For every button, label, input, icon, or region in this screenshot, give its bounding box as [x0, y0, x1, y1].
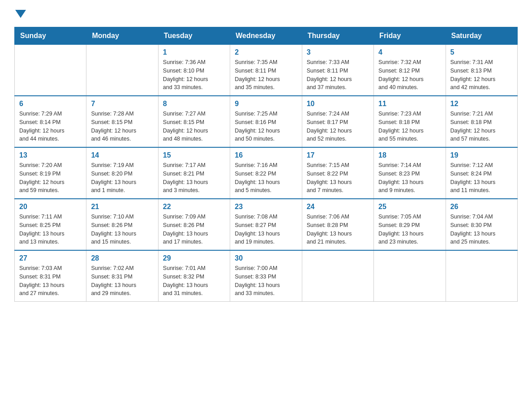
col-header-sunday: Sunday	[15, 27, 86, 45]
day-info: Sunrise: 7:12 AMSunset: 8:24 PMDaylight:…	[450, 161, 513, 195]
calendar-cell: 11Sunrise: 7:23 AMSunset: 8:18 PMDayligh…	[374, 96, 446, 147]
day-info: Sunrise: 7:00 AMSunset: 8:33 PMDaylight:…	[235, 264, 297, 298]
day-number: 7	[91, 100, 153, 108]
day-number: 21	[91, 203, 153, 211]
calendar-cell: 1Sunrise: 7:36 AMSunset: 8:10 PMDaylight…	[158, 45, 230, 96]
day-info: Sunrise: 7:11 AMSunset: 8:25 PMDaylight:…	[19, 213, 82, 246]
calendar-cell: 19Sunrise: 7:12 AMSunset: 8:24 PMDayligh…	[446, 147, 517, 199]
col-header-tuesday: Tuesday	[158, 27, 230, 45]
calendar-cell: 7Sunrise: 7:28 AMSunset: 8:15 PMDaylight…	[86, 96, 158, 147]
calendar-cell	[302, 250, 373, 302]
day-info: Sunrise: 7:35 AMSunset: 8:11 PMDaylight:…	[235, 58, 297, 92]
calendar-cell: 12Sunrise: 7:21 AMSunset: 8:18 PMDayligh…	[446, 96, 517, 147]
calendar-cell: 18Sunrise: 7:14 AMSunset: 8:23 PMDayligh…	[374, 147, 446, 199]
day-number: 25	[378, 203, 441, 211]
calendar-week-row: 13Sunrise: 7:20 AMSunset: 8:19 PMDayligh…	[15, 147, 518, 199]
day-info: Sunrise: 7:03 AMSunset: 8:31 PMDaylight:…	[19, 264, 82, 298]
calendar-cell: 3Sunrise: 7:33 AMSunset: 8:11 PMDaylight…	[302, 45, 373, 96]
calendar-cell: 10Sunrise: 7:24 AMSunset: 8:17 PMDayligh…	[302, 96, 373, 147]
day-info: Sunrise: 7:24 AMSunset: 8:17 PMDaylight:…	[307, 110, 369, 143]
day-number: 8	[163, 100, 225, 108]
day-info: Sunrise: 7:02 AMSunset: 8:31 PMDaylight:…	[91, 264, 153, 298]
calendar-cell: 6Sunrise: 7:29 AMSunset: 8:14 PMDaylight…	[15, 96, 86, 147]
day-number: 20	[19, 203, 82, 211]
day-info: Sunrise: 7:33 AMSunset: 8:11 PMDaylight:…	[307, 58, 369, 92]
day-info: Sunrise: 7:04 AMSunset: 8:30 PMDaylight:…	[450, 213, 513, 246]
day-info: Sunrise: 7:27 AMSunset: 8:15 PMDaylight:…	[163, 110, 225, 143]
day-number: 27	[19, 254, 82, 262]
day-info: Sunrise: 7:28 AMSunset: 8:15 PMDaylight:…	[91, 110, 153, 143]
calendar-week-row: 20Sunrise: 7:11 AMSunset: 8:25 PMDayligh…	[15, 199, 518, 250]
day-info: Sunrise: 7:23 AMSunset: 8:18 PMDaylight:…	[378, 110, 441, 143]
day-number: 13	[19, 151, 82, 159]
calendar-cell: 30Sunrise: 7:00 AMSunset: 8:33 PMDayligh…	[230, 250, 302, 302]
col-header-friday: Friday	[374, 27, 446, 45]
day-info: Sunrise: 7:10 AMSunset: 8:26 PMDaylight:…	[91, 213, 153, 246]
day-info: Sunrise: 7:15 AMSunset: 8:22 PMDaylight:…	[307, 161, 369, 195]
day-number: 30	[235, 254, 297, 262]
day-number: 29	[163, 254, 225, 262]
calendar-cell: 25Sunrise: 7:05 AMSunset: 8:29 PMDayligh…	[374, 199, 446, 250]
day-number: 4	[378, 48, 441, 56]
calendar-cell: 23Sunrise: 7:08 AMSunset: 8:27 PMDayligh…	[230, 199, 302, 250]
calendar-header-row: SundayMondayTuesdayWednesdayThursdayFrid…	[15, 27, 518, 45]
calendar-week-row: 6Sunrise: 7:29 AMSunset: 8:14 PMDaylight…	[15, 96, 518, 147]
calendar-cell	[15, 45, 86, 96]
day-info: Sunrise: 7:32 AMSunset: 8:12 PMDaylight:…	[378, 58, 441, 92]
day-number: 15	[163, 151, 225, 159]
day-number: 11	[378, 100, 441, 108]
calendar-table: SundayMondayTuesdayWednesdayThursdayFrid…	[14, 27, 518, 302]
day-info: Sunrise: 7:08 AMSunset: 8:27 PMDaylight:…	[235, 213, 297, 246]
calendar-week-row: 1Sunrise: 7:36 AMSunset: 8:10 PMDaylight…	[15, 45, 518, 96]
col-header-saturday: Saturday	[446, 27, 517, 45]
day-info: Sunrise: 7:29 AMSunset: 8:14 PMDaylight:…	[19, 110, 82, 143]
calendar-cell: 9Sunrise: 7:25 AMSunset: 8:16 PMDaylight…	[230, 96, 302, 147]
calendar-week-row: 27Sunrise: 7:03 AMSunset: 8:31 PMDayligh…	[15, 250, 518, 302]
calendar-cell: 17Sunrise: 7:15 AMSunset: 8:22 PMDayligh…	[302, 147, 373, 199]
calendar-cell	[374, 250, 446, 302]
col-header-wednesday: Wednesday	[230, 27, 302, 45]
day-number: 22	[163, 203, 225, 211]
day-info: Sunrise: 7:01 AMSunset: 8:32 PMDaylight:…	[163, 264, 225, 298]
day-info: Sunrise: 7:17 AMSunset: 8:21 PMDaylight:…	[163, 161, 225, 195]
calendar-cell: 15Sunrise: 7:17 AMSunset: 8:21 PMDayligh…	[158, 147, 230, 199]
day-info: Sunrise: 7:21 AMSunset: 8:18 PMDaylight:…	[450, 110, 513, 143]
calendar-cell: 28Sunrise: 7:02 AMSunset: 8:31 PMDayligh…	[86, 250, 158, 302]
day-number: 18	[378, 151, 441, 159]
calendar-cell: 22Sunrise: 7:09 AMSunset: 8:26 PMDayligh…	[158, 199, 230, 250]
calendar-cell: 24Sunrise: 7:06 AMSunset: 8:28 PMDayligh…	[302, 199, 373, 250]
calendar-cell: 16Sunrise: 7:16 AMSunset: 8:22 PMDayligh…	[230, 147, 302, 199]
day-number: 1	[163, 48, 225, 56]
day-number: 24	[307, 203, 369, 211]
day-number: 23	[235, 203, 297, 211]
day-info: Sunrise: 7:16 AMSunset: 8:22 PMDaylight:…	[235, 161, 297, 195]
day-number: 3	[307, 48, 369, 56]
day-number: 10	[307, 100, 369, 108]
calendar-cell: 5Sunrise: 7:31 AMSunset: 8:13 PMDaylight…	[446, 45, 517, 96]
calendar-cell: 8Sunrise: 7:27 AMSunset: 8:15 PMDaylight…	[158, 96, 230, 147]
calendar-cell: 29Sunrise: 7:01 AMSunset: 8:32 PMDayligh…	[158, 250, 230, 302]
calendar-cell: 2Sunrise: 7:35 AMSunset: 8:11 PMDaylight…	[230, 45, 302, 96]
calendar-cell: 13Sunrise: 7:20 AMSunset: 8:19 PMDayligh…	[15, 147, 86, 199]
day-info: Sunrise: 7:06 AMSunset: 8:28 PMDaylight:…	[307, 213, 369, 246]
day-info: Sunrise: 7:19 AMSunset: 8:20 PMDaylight:…	[91, 161, 153, 195]
day-info: Sunrise: 7:36 AMSunset: 8:10 PMDaylight:…	[163, 58, 225, 92]
day-number: 6	[19, 100, 82, 108]
calendar-cell	[446, 250, 517, 302]
calendar-cell: 27Sunrise: 7:03 AMSunset: 8:31 PMDayligh…	[15, 250, 86, 302]
day-number: 2	[235, 48, 297, 56]
col-header-thursday: Thursday	[302, 27, 373, 45]
calendar-cell: 4Sunrise: 7:32 AMSunset: 8:12 PMDaylight…	[374, 45, 446, 96]
day-info: Sunrise: 7:05 AMSunset: 8:29 PMDaylight:…	[378, 213, 441, 246]
page-header	[14, 11, 518, 20]
day-number: 16	[235, 151, 297, 159]
day-number: 9	[235, 100, 297, 108]
day-number: 14	[91, 151, 153, 159]
day-info: Sunrise: 7:09 AMSunset: 8:26 PMDaylight:…	[163, 213, 225, 246]
col-header-monday: Monday	[86, 27, 158, 45]
day-info: Sunrise: 7:20 AMSunset: 8:19 PMDaylight:…	[19, 161, 82, 195]
day-number: 26	[450, 203, 513, 211]
day-number: 17	[307, 151, 369, 159]
calendar-cell: 21Sunrise: 7:10 AMSunset: 8:26 PMDayligh…	[86, 199, 158, 250]
calendar-cell: 14Sunrise: 7:19 AMSunset: 8:20 PMDayligh…	[86, 147, 158, 199]
